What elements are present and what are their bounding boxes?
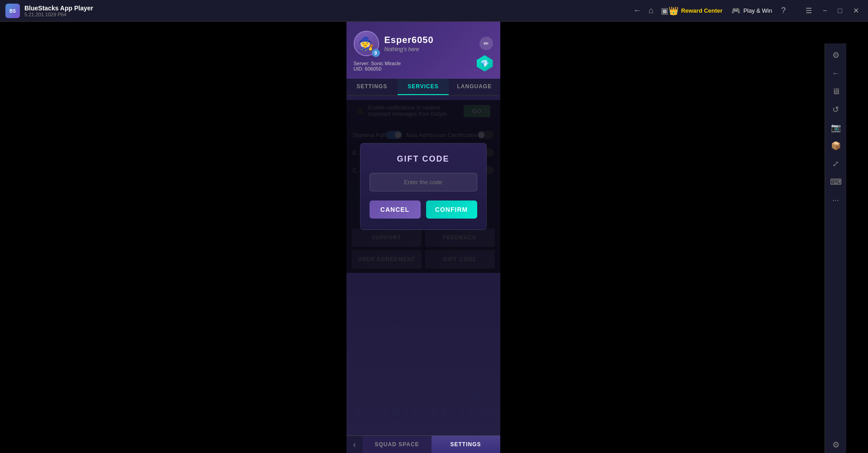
- modal-overlay: GIFT CODE CANCEL CONFIRM: [346, 100, 500, 273]
- home-nav-icon[interactable]: ⌂: [649, 6, 654, 15]
- monitor-sidebar-icon[interactable]: 🖥: [828, 83, 844, 100]
- window-controls: ☰ − □ ✕: [802, 5, 863, 17]
- cancel-button[interactable]: CANCEL: [370, 200, 421, 219]
- game-panel: 🧙 9 Esper6050 Nothing's here ✏ Server: S…: [346, 22, 500, 453]
- minimize-button[interactable]: −: [819, 5, 830, 17]
- bottom-nav-arrow[interactable]: ‹: [346, 436, 363, 453]
- avatar-level-badge: 9: [372, 49, 380, 57]
- settings-sidebar-icon[interactable]: ⚙: [828, 47, 844, 63]
- profile-username: Esper6050: [384, 35, 474, 45]
- app-logo: BS: [5, 4, 20, 18]
- bottom-nav: ‹ SQUAD SPACE SETTINGS: [346, 435, 500, 453]
- profile-server: Server: Sonic Miracle UID: 606050: [354, 61, 493, 72]
- edit-profile-button[interactable]: ✏: [479, 37, 493, 50]
- content-area: ⚠ Enable notifications to receive import…: [346, 100, 500, 273]
- menu-icon[interactable]: ☰: [802, 5, 816, 17]
- crown-icon: 👑: [669, 6, 678, 16]
- svg-text:BS: BS: [9, 9, 16, 14]
- apk-sidebar-icon[interactable]: 📦: [828, 138, 844, 154]
- server-gem: 💎: [477, 55, 493, 72]
- tabs-row: SETTINGS SERVICES LANGUAGE: [346, 79, 500, 95]
- top-bar-right: 👑 Reward Center 🎮 Play & Win ? ☰ − □ ✕: [669, 5, 863, 17]
- tab-settings[interactable]: SETTINGS: [346, 79, 398, 95]
- right-sidebar: ⚙ ← 🖥 ↺ 📷 📦 ⤢ ⌨ ··· ⚙ →: [825, 43, 846, 453]
- resize-sidebar-icon[interactable]: ⤢: [828, 156, 844, 172]
- top-bar: BS BlueStacks App Player 5.21.201.1029 P…: [0, 0, 868, 22]
- back-sidebar-icon[interactable]: ←: [828, 65, 844, 81]
- maximize-button[interactable]: □: [834, 5, 846, 17]
- help-icon[interactable]: ?: [781, 6, 786, 15]
- close-button[interactable]: ✕: [849, 5, 863, 17]
- profile-info: Esper6050 Nothing's here: [384, 35, 474, 52]
- gift-code-modal: GIFT CODE CANCEL CONFIRM: [360, 143, 487, 230]
- modal-buttons: CANCEL CONFIRM: [370, 200, 477, 219]
- keyboard-sidebar-icon[interactable]: ⌨: [828, 174, 844, 190]
- bottom-tab-squad-space[interactable]: SQUAD SPACE: [363, 436, 432, 453]
- tab-language[interactable]: LANGUAGE: [449, 79, 500, 95]
- tab-services[interactable]: SERVICES: [398, 79, 449, 95]
- back-nav-icon[interactable]: ←: [633, 6, 641, 15]
- confirm-button[interactable]: CONFIRM: [426, 200, 477, 219]
- profile-status: Nothing's here: [384, 46, 474, 52]
- play-win-icon: 🎮: [731, 6, 740, 15]
- camera-sidebar-icon[interactable]: 📷: [828, 119, 844, 136]
- windows-nav-icon[interactable]: ▣: [661, 6, 669, 16]
- gift-code-input[interactable]: [370, 173, 477, 191]
- game-area: ⚙ ← 🖥 ↺ 📷 📦 ⤢ ⌨ ··· ⚙ → 🧙 9 Esper6050: [0, 22, 846, 453]
- more-sidebar-icon[interactable]: ···: [828, 192, 844, 208]
- reward-center-button[interactable]: 👑 Reward Center: [669, 6, 723, 16]
- gear-bottom-sidebar-icon[interactable]: ⚙: [828, 437, 844, 453]
- avatar-container: 🧙 9: [354, 31, 379, 56]
- app-title: BlueStacks App Player 5.21.201.1029 P64: [24, 5, 633, 17]
- profile-header: 🧙 9 Esper6050 Nothing's here ✏ Server: S…: [346, 22, 500, 79]
- modal-title: GIFT CODE: [370, 154, 477, 164]
- refresh-sidebar-icon[interactable]: ↺: [828, 101, 844, 118]
- nav-controls: ← ⌂ ▣: [633, 6, 669, 16]
- bottom-tab-settings[interactable]: SETTINGS: [432, 436, 500, 453]
- play-win-button[interactable]: 🎮 Play & Win: [731, 6, 772, 15]
